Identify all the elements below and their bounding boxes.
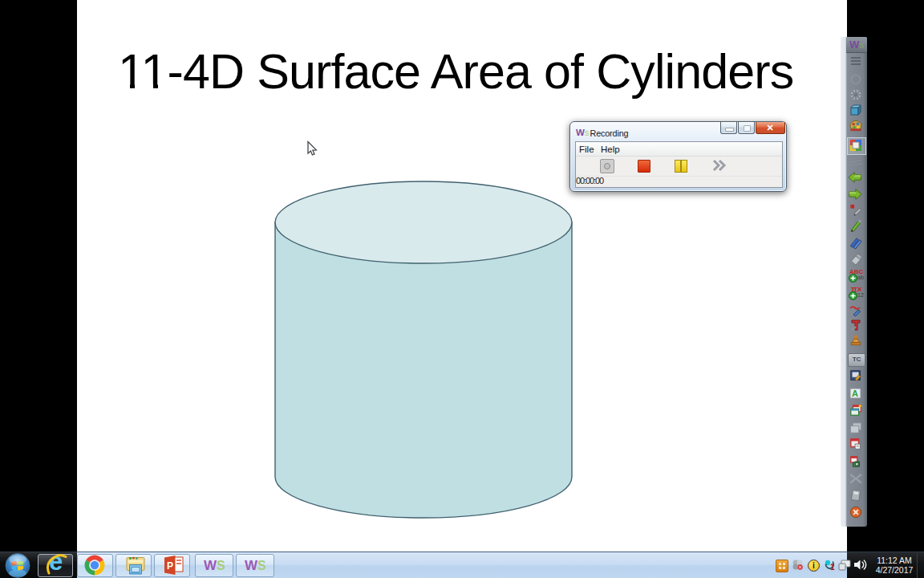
svg-text:A: A — [852, 389, 858, 398]
svg-text:P: P — [167, 560, 173, 572]
svg-text:1: 1 — [830, 563, 835, 572]
